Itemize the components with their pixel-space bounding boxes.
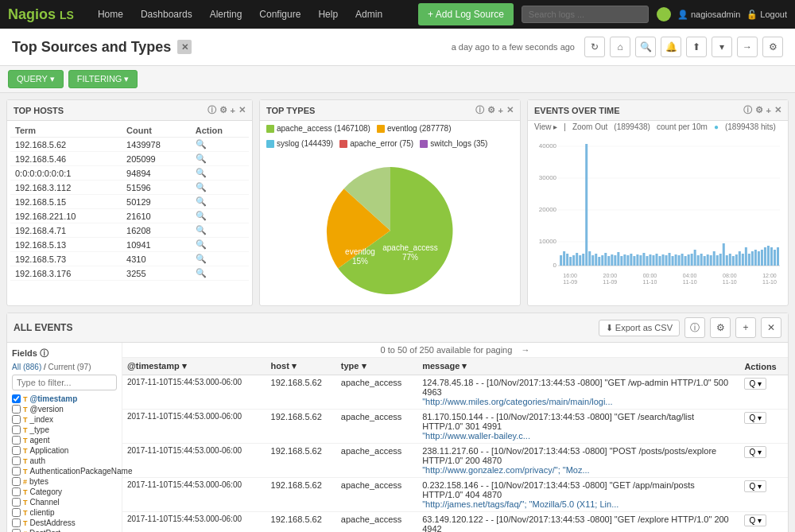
- field-label[interactable]: DestPort: [29, 529, 60, 532]
- nav-home[interactable]: Home: [90, 0, 131, 29]
- field-label[interactable]: @timestamp: [30, 394, 78, 403]
- bell-button[interactable]: 🔔: [661, 37, 681, 57]
- field-label[interactable]: Application: [30, 446, 69, 455]
- field-label[interactable]: bytes: [29, 477, 48, 486]
- search-icon[interactable]: 🔍: [196, 225, 207, 235]
- table-header-cell[interactable]: Actions: [739, 358, 788, 375]
- zoom-out-btn[interactable]: Zoom Out: [572, 122, 607, 131]
- action-search-button[interactable]: Q ▾: [744, 412, 766, 424]
- nav-help[interactable]: Help: [310, 0, 346, 29]
- refresh-button[interactable]: ↻: [584, 37, 605, 57]
- plus-icon[interactable]: +: [766, 106, 771, 115]
- close-button[interactable]: ✕: [177, 40, 192, 54]
- home-button[interactable]: ⌂: [610, 37, 630, 57]
- host-action[interactable]: 🔍: [191, 152, 249, 166]
- field-checkbox[interactable]: [12, 508, 21, 517]
- nav-alerting[interactable]: Alerting: [202, 0, 250, 29]
- host-action[interactable]: 🔍: [191, 223, 249, 238]
- field-label[interactable]: Channel: [30, 498, 60, 507]
- event-actions[interactable]: Q ▾: [739, 444, 788, 478]
- host-action[interactable]: 🔍: [191, 138, 249, 152]
- field-checkbox[interactable]: [12, 467, 21, 476]
- settings-button[interactable]: ⚙: [762, 37, 783, 57]
- info-icon[interactable]: ⓘ: [475, 104, 484, 116]
- field-checkbox[interactable]: [12, 529, 21, 532]
- field-label[interactable]: auth: [30, 456, 45, 465]
- field-label[interactable]: @version: [30, 405, 64, 414]
- filter-button[interactable]: FILTERING ▾: [68, 70, 138, 88]
- action-search-button[interactable]: Q ▾: [744, 446, 766, 458]
- message-link[interactable]: "http://www.miles.org/categories/main/ma…: [422, 397, 612, 406]
- add-log-source-button[interactable]: + Add Log Source: [418, 3, 514, 25]
- host-action[interactable]: 🔍: [191, 209, 249, 223]
- field-label[interactable]: AuthenticationPackageName: [30, 467, 133, 476]
- field-checkbox[interactable]: [12, 436, 21, 445]
- field-checkbox[interactable]: [12, 498, 21, 507]
- nav-user[interactable]: 👤 nagiosadmin: [677, 10, 740, 20]
- event-actions[interactable]: Q ▾: [739, 512, 788, 533]
- field-checkbox[interactable]: [12, 518, 21, 527]
- action-search-button[interactable]: Q ▾: [744, 480, 766, 492]
- search-icon[interactable]: 🔍: [196, 139, 207, 149]
- share-button[interactable]: ⬆: [686, 37, 707, 57]
- plus-icon[interactable]: +: [735, 317, 756, 338]
- info-icon[interactable]: ⓘ: [743, 104, 752, 116]
- field-label[interactable]: DestAddress: [30, 518, 76, 527]
- nav-configure[interactable]: Configure: [251, 0, 308, 29]
- field-checkbox[interactable]: [12, 487, 21, 496]
- gear-icon[interactable]: ⚙: [219, 105, 227, 115]
- field-label[interactable]: _index: [30, 415, 53, 424]
- field-checkbox[interactable]: [12, 477, 21, 486]
- field-label[interactable]: Category: [30, 487, 63, 496]
- host-action[interactable]: 🔍: [191, 166, 249, 181]
- table-header-cell[interactable]: type ▾: [336, 358, 417, 375]
- view-label[interactable]: View ▸: [534, 122, 557, 131]
- field-checkbox[interactable]: [12, 446, 21, 455]
- dropdown-button[interactable]: ▾: [712, 37, 732, 57]
- field-checkbox[interactable]: [12, 415, 21, 424]
- field-checkbox[interactable]: [12, 425, 21, 434]
- field-label[interactable]: agent: [30, 436, 50, 445]
- search-icon[interactable]: 🔍: [196, 153, 207, 163]
- fields-all-link[interactable]: All (886): [12, 363, 41, 371]
- info-icon[interactable]: ⓘ: [207, 104, 216, 116]
- field-label[interactable]: _type: [30, 425, 49, 434]
- search-icon[interactable]: 🔍: [196, 182, 207, 192]
- search-icon[interactable]: 🔍: [196, 196, 207, 206]
- close-icon[interactable]: ✕: [761, 317, 781, 338]
- table-header-cell[interactable]: message ▾: [417, 358, 739, 375]
- export-csv-button[interactable]: ⬇ Export as CSV: [599, 320, 680, 336]
- event-actions[interactable]: Q ▾: [739, 478, 788, 512]
- search-button[interactable]: 🔍: [635, 37, 656, 57]
- message-link[interactable]: "http://james.net/tags/faq/"; "Mozilla/5…: [422, 499, 619, 509]
- search-icon[interactable]: 🔍: [196, 254, 207, 263]
- gear-icon[interactable]: ⚙: [755, 105, 763, 115]
- action-search-button[interactable]: Q ▾: [744, 515, 766, 526]
- message-link[interactable]: "http://www.gonzalez.com/privacy/"; "Moz…: [422, 465, 589, 475]
- field-checkbox[interactable]: [12, 456, 21, 465]
- search-icon[interactable]: 🔍: [196, 239, 207, 249]
- plus-icon[interactable]: +: [231, 106, 235, 115]
- event-actions[interactable]: Q ▾: [739, 410, 788, 444]
- fields-current-link[interactable]: Current (97): [48, 363, 91, 371]
- close-icon[interactable]: ✕: [506, 105, 514, 115]
- nav-logout-button[interactable]: 🔓 Logout: [747, 10, 787, 20]
- field-checkbox[interactable]: [12, 394, 21, 403]
- nav-dashboards[interactable]: Dashboards: [133, 0, 200, 29]
- gear-icon[interactable]: ⚙: [487, 105, 495, 115]
- forward-button[interactable]: →: [737, 37, 758, 57]
- field-checkbox[interactable]: [12, 405, 21, 414]
- search-icon[interactable]: 🔍: [196, 211, 207, 220]
- close-icon[interactable]: ✕: [238, 105, 246, 115]
- host-action[interactable]: 🔍: [191, 238, 249, 252]
- field-label[interactable]: clientip: [30, 508, 55, 517]
- action-search-button[interactable]: Q ▾: [744, 378, 766, 390]
- gear-icon[interactable]: ⚙: [710, 317, 731, 338]
- host-action[interactable]: 🔍: [191, 266, 249, 281]
- host-action[interactable]: 🔍: [191, 181, 249, 195]
- plus-icon[interactable]: +: [498, 106, 503, 115]
- search-icon[interactable]: 🔍: [196, 268, 207, 278]
- search-icon[interactable]: 🔍: [196, 168, 207, 177]
- next-page-button[interactable]: →: [521, 345, 529, 355]
- table-header-cell[interactable]: @timestamp ▾: [122, 358, 266, 375]
